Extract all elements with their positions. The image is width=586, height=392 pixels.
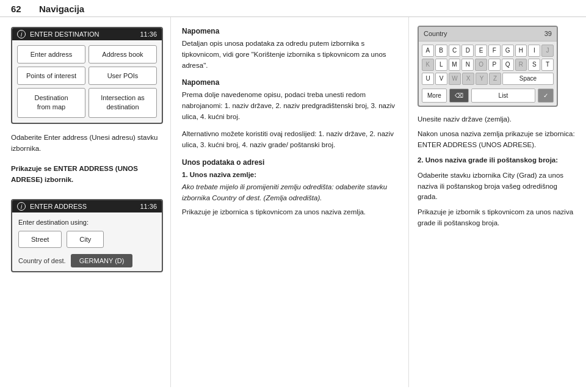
nav-screen-2: i ENTER ADDRESS 11:36 Enter destination … xyxy=(11,199,163,272)
page-number: 62 xyxy=(11,4,33,14)
key-J: J xyxy=(541,45,554,57)
mid-block-1: Napomena Detaljan opis unosa podataka za… xyxy=(182,26,397,71)
key-Q[interactable]: Q xyxy=(502,59,514,71)
nav-screen-1-time: 11:36 xyxy=(140,31,157,38)
key-Y: Y xyxy=(476,73,488,85)
kbd-count: 39 xyxy=(544,29,552,39)
left-desc-1: Odaberite Enter address (Unesi adresu) s… xyxy=(11,132,163,154)
enter-address-btn[interactable]: Enter address xyxy=(17,45,85,64)
key-R: R xyxy=(515,59,527,71)
key-N[interactable]: N xyxy=(461,59,474,71)
mid-block-4-item1-body2: Prikazuje je izbornica s tipkovnicom za … xyxy=(182,207,397,218)
mid-block-3: Alternativno možete koristiti ovaj redos… xyxy=(182,129,397,151)
nav2-body: Enter destination using: Street City Cou… xyxy=(12,212,162,271)
kbd-bottom-row: More ⌫ List ✓ xyxy=(419,87,557,106)
mid-block-4-title: Unos podataka o adresi xyxy=(182,157,397,168)
list-btn[interactable]: List xyxy=(471,89,535,103)
nav2-country-row: Country of dest. GERMANY (D) xyxy=(18,254,156,267)
nav-screen-2-title: i ENTER ADDRESS xyxy=(17,202,87,211)
key-P[interactable]: P xyxy=(488,59,501,71)
kbd-row-1: A B C D E F G H I J xyxy=(422,45,554,57)
key-D[interactable]: D xyxy=(461,45,474,57)
mid-block-1-title: Napomena xyxy=(182,26,397,37)
nav-screen-2-label: ENTER ADDRESS xyxy=(30,203,87,210)
street-btn[interactable]: Street xyxy=(18,231,62,248)
key-S[interactable]: S xyxy=(528,59,540,71)
kbd-row-2: K L M N O P Q R S T xyxy=(422,59,554,71)
right-desc-5: Prikazuje je izbornik s tipkovnicom za u… xyxy=(418,207,577,229)
mid-block-4: Unos podataka o adresi 1. Unos naziva ze… xyxy=(182,157,397,218)
key-I[interactable]: I xyxy=(528,45,540,57)
right-column: Country 39 A B C D E F G H I J xyxy=(409,17,586,387)
key-B[interactable]: B xyxy=(435,45,447,57)
key-G[interactable]: G xyxy=(502,45,514,57)
right-desc-3: 2. Unos naziva grade ili poštanskog broj… xyxy=(418,155,577,166)
left-column: i ENTER DESTINATION 11:36 Enter address … xyxy=(0,17,171,387)
info-icon-2: i xyxy=(17,202,26,211)
key-Z: Z xyxy=(489,73,501,85)
user-pois-btn[interactable]: User POIs xyxy=(89,67,157,85)
key-U[interactable]: U xyxy=(422,73,434,85)
nav2-dest-label: Enter destination using: xyxy=(18,219,156,226)
country-value-btn[interactable]: GERMANY (D) xyxy=(71,254,133,267)
kbd-field-label: Country xyxy=(424,29,447,39)
nav-screen-1: i ENTER DESTINATION 11:36 Enter address … xyxy=(11,27,163,124)
nav-screen-2-header: i ENTER ADDRESS 11:36 xyxy=(12,200,162,212)
del-btn[interactable]: ⌫ xyxy=(449,89,469,103)
address-book-btn[interactable]: Address book xyxy=(89,45,157,64)
right-desc-1: Unesite naziv države (zemlja). xyxy=(418,114,577,125)
key-W: W xyxy=(449,73,461,85)
info-icon: i xyxy=(17,30,26,38)
mid-block-4-item1-body: Ako trebate mijelo ili promijeniti zemlj… xyxy=(182,182,397,204)
kbd-row-3: U V W X Y Z Space xyxy=(422,73,554,85)
nav-screen-2-time: 11:36 xyxy=(140,203,157,210)
main-content: i ENTER DESTINATION 11:36 Enter address … xyxy=(0,17,586,387)
mid-block-2-body: Prema dolje navedenome opisu, podaci tre… xyxy=(182,90,397,122)
right-text: Unesite naziv države (zemlja). Nakon uno… xyxy=(418,114,577,229)
key-K: K xyxy=(422,59,434,71)
key-H[interactable]: H xyxy=(515,45,527,57)
mid-block-2: Napomena Prema dolje navedenome opisu, p… xyxy=(182,77,397,122)
nav2-btns: Street City xyxy=(18,231,156,248)
kbd-rows: A B C D E F G H I J K L M N O xyxy=(419,42,557,87)
keyboard-screen: Country 39 A B C D E F G H I J xyxy=(418,26,558,107)
mid-block-1-body: Detaljan opis unosa podataka za odredu p… xyxy=(182,38,397,71)
kbd-header: Country 39 xyxy=(419,27,557,42)
ok-btn[interactable]: ✓ xyxy=(538,89,554,103)
right-desc-4: Odaberite stavku izbornika City (Grad) z… xyxy=(418,170,577,203)
key-C[interactable]: C xyxy=(449,45,461,57)
key-O: O xyxy=(475,59,487,71)
nav-screen-1-header: i ENTER DESTINATION 11:36 xyxy=(12,28,162,40)
city-btn[interactable]: City xyxy=(67,231,104,248)
nav-screen-1-label: ENTER DESTINATION xyxy=(30,31,99,38)
key-F[interactable]: F xyxy=(488,45,501,57)
mid-column: Napomena Detaljan opis unosa podataka za… xyxy=(171,17,409,387)
page-title: Navigacija xyxy=(39,4,84,14)
key-space[interactable]: Space xyxy=(502,73,554,85)
mid-block-3-body: Alternativno možete koristiti ovaj redos… xyxy=(182,129,397,151)
country-label: Country of dest. xyxy=(18,257,66,264)
key-M[interactable]: M xyxy=(449,59,461,71)
key-L[interactable]: L xyxy=(435,59,447,71)
key-E[interactable]: E xyxy=(475,45,487,57)
key-V[interactable]: V xyxy=(435,73,447,85)
mid-block-4-item1-title: 1. Unos naziva zemlje: xyxy=(182,170,397,181)
key-X: X xyxy=(462,73,474,85)
destination-from-map-btn[interactable]: Destinationfrom map xyxy=(17,88,85,118)
intersection-destination-btn[interactable]: Intersection asdestination xyxy=(89,88,157,118)
key-T[interactable]: T xyxy=(541,59,554,71)
key-A[interactable]: A xyxy=(422,45,434,57)
nav-screen-1-title: i ENTER DESTINATION xyxy=(17,30,99,38)
more-btn[interactable]: More xyxy=(422,89,447,103)
right-desc-2: Nakon unosa naziva zemlja prikazuje se i… xyxy=(418,129,577,151)
left-desc-2: Prikazuje se ENTER ADDRESS (UNOS ADRESE)… xyxy=(11,164,163,186)
page-header: 62 Navigacija xyxy=(0,0,586,17)
mid-block-2-title: Napomena xyxy=(182,77,397,88)
nav-btn-grid: Enter address Address book Points of int… xyxy=(12,40,162,123)
points-of-interest-btn[interactable]: Points of interest xyxy=(17,67,85,85)
